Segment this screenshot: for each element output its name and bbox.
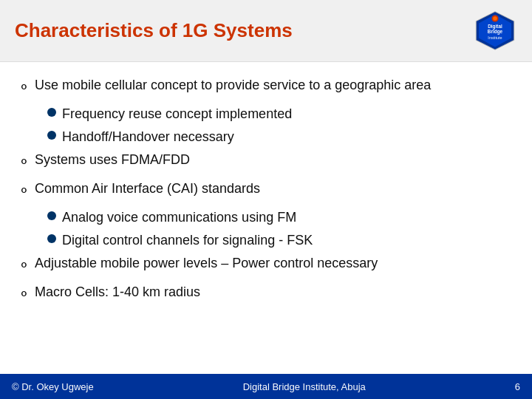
footer-page-number: 6 (515, 381, 520, 392)
sub-bullets-0: Frequency reuse concept implemented Hand… (47, 104, 514, 147)
sub-bullet-2-0: Analog voice communications using FM (47, 208, 514, 228)
svg-text:Bridge: Bridge (488, 29, 503, 35)
bullet-1: ⚬ Systems uses FDMA/FDD (18, 150, 514, 173)
bullet-4-text: Macro Cells: 1-40 km radius (35, 282, 200, 302)
bullet-0-text: Use mobile cellular concept to provide s… (35, 75, 431, 95)
footer-left-text: © Dr. Okey Ugweje (12, 381, 94, 392)
sub-bullets-2: Analog voice communications using FM Dig… (47, 208, 514, 250)
sub-bullet-dot-2-0 (47, 211, 56, 220)
slide-content: ⚬ Use mobile cellular concept to provide… (0, 62, 532, 374)
bullet-2-text: Common Air Interface (CAI) standards (35, 179, 260, 199)
sub-bullet-2-1: Digital control channels for signaling -… (47, 231, 514, 250)
sub-bullet-dot-0-1 (47, 131, 56, 140)
bullet-2: ⚬ Common Air Interface (CAI) standards (18, 179, 514, 202)
bullet-2-icon: ⚬ (18, 180, 30, 202)
slide-footer: © Dr. Okey Ugweje Digital Bridge Institu… (0, 374, 532, 399)
bullet-3-text: Adjustable mobile power levels – Power c… (35, 253, 378, 273)
sub-bullet-text-0-1: Handoff/Handover necessary (62, 127, 234, 147)
bullet-3: ⚬ Adjustable mobile power levels – Power… (18, 253, 514, 276)
svg-text:Institute: Institute (488, 35, 502, 40)
sub-bullet-text-2-1: Digital control channels for signaling -… (62, 231, 313, 250)
slide-title: Characteristics of 1G Systems (15, 19, 293, 42)
bullet-0: ⚬ Use mobile cellular concept to provide… (18, 75, 514, 98)
slide-container: Characteristics of 1G Systems Digital Br… (0, 0, 532, 399)
svg-point-6 (493, 16, 497, 21)
bullet-4-icon: ⚬ (18, 283, 30, 305)
sub-bullet-0-1: Handoff/Handover necessary (47, 127, 514, 147)
sub-bullet-dot-0-0 (47, 108, 56, 117)
footer-center-text: Digital Bridge Institute, Abuja (243, 381, 366, 392)
logo: Digital Bridge Institute (473, 10, 517, 51)
bullet-1-icon: ⚬ (18, 151, 30, 173)
bullet-3-icon: ⚬ (18, 254, 30, 276)
slide-header: Characteristics of 1G Systems Digital Br… (0, 0, 532, 62)
sub-bullet-text-0-0: Frequency reuse concept implemented (62, 104, 292, 124)
bullet-0-icon: ⚬ (18, 76, 30, 98)
bullet-4: ⚬ Macro Cells: 1-40 km radius (18, 282, 514, 305)
sub-bullet-dot-2-1 (47, 234, 56, 243)
sub-bullet-text-2-0: Analog voice communications using FM (62, 208, 296, 228)
bullet-1-text: Systems uses FDMA/FDD (35, 150, 190, 170)
sub-bullet-0-0: Frequency reuse concept implemented (47, 104, 514, 124)
